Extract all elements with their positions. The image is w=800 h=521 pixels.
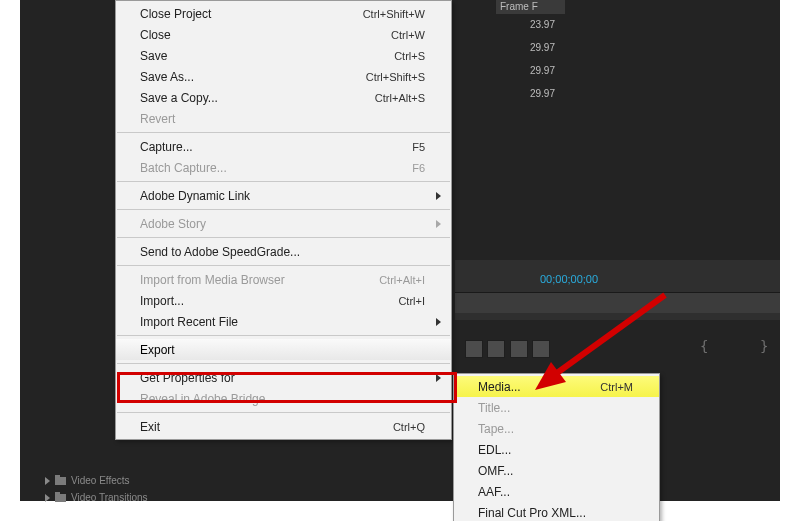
menu-item-close-project[interactable]: Close ProjectCtrl+Shift+W [116, 3, 451, 24]
menu-separator [117, 237, 450, 238]
timecode-display: 00;00;00;00 [540, 273, 598, 285]
menu-separator [117, 209, 450, 210]
menu-item-import-browser: Import from Media BrowserCtrl+Alt+I [116, 269, 451, 290]
frame-value: 29.97 [505, 65, 555, 76]
menu-item-batch-capture: Batch Capture...F6 [116, 157, 451, 178]
frame-column-header: Frame F [495, 0, 565, 14]
menu-item-import-recent[interactable]: Import Recent File [116, 311, 451, 332]
sidebar-item-video-effects[interactable]: Video Effects [45, 475, 130, 486]
folder-icon [55, 477, 66, 485]
menu-item-get-properties[interactable]: Get Properties for [116, 367, 451, 388]
menu-item-speedgrade[interactable]: Send to Adobe SpeedGrade... [116, 241, 451, 262]
chevron-right-icon [45, 494, 50, 502]
folder-icon [55, 494, 66, 502]
tool-icon[interactable] [487, 340, 505, 358]
menu-item-reveal-bridge: Reveal in Adobe Bridge... [116, 388, 451, 409]
submenu-item-aaf[interactable]: AAF... [454, 481, 659, 502]
menu-item-adobe-story: Adobe Story [116, 213, 451, 234]
frame-value: 23.97 [505, 19, 555, 30]
menu-item-save-copy[interactable]: Save a Copy...Ctrl+Alt+S [116, 87, 451, 108]
menu-item-save-as[interactable]: Save As...Ctrl+Shift+S [116, 66, 451, 87]
frame-value: 29.97 [505, 88, 555, 99]
menu-item-close[interactable]: CloseCtrl+W [116, 24, 451, 45]
chevron-right-icon [436, 192, 441, 200]
tool-icon[interactable] [465, 340, 483, 358]
submenu-item-edl[interactable]: EDL... [454, 439, 659, 460]
menu-item-import[interactable]: Import...Ctrl+I [116, 290, 451, 311]
tool-icon[interactable] [532, 340, 550, 358]
submenu-item-media[interactable]: Media...Ctrl+M [454, 376, 659, 397]
submenu-item-fcp-xml[interactable]: Final Cut Pro XML... [454, 502, 659, 521]
tool-icon[interactable] [510, 340, 528, 358]
menu-separator [117, 181, 450, 182]
chevron-right-icon [436, 220, 441, 228]
submenu-item-title: Title... [454, 397, 659, 418]
frame-value: 29.97 [505, 42, 555, 53]
menu-item-revert: Revert [116, 108, 451, 129]
menu-item-save[interactable]: SaveCtrl+S [116, 45, 451, 66]
menu-separator [117, 363, 450, 364]
submenu-item-tape: Tape... [454, 418, 659, 439]
file-menu: Close ProjectCtrl+Shift+W CloseCtrl+W Sa… [115, 0, 452, 440]
export-submenu: Media...Ctrl+M Title... Tape... EDL... O… [453, 373, 660, 521]
chevron-right-icon [436, 374, 441, 382]
sidebar-item-video-transitions[interactable]: Video Transitions [45, 492, 148, 503]
menu-separator [117, 132, 450, 133]
menu-item-dynamic-link[interactable]: Adobe Dynamic Link [116, 185, 451, 206]
menu-item-exit[interactable]: ExitCtrl+Q [116, 416, 451, 437]
submenu-item-omf[interactable]: OMF... [454, 460, 659, 481]
brace-right: } [760, 338, 768, 354]
menu-item-export[interactable]: Export [116, 339, 451, 360]
menu-separator [117, 412, 450, 413]
chevron-right-icon [436, 318, 441, 326]
sidebar-item-label: Video Effects [71, 475, 130, 486]
menu-item-label: Export [140, 343, 175, 357]
timeline-ruler [455, 293, 780, 313]
chevron-right-icon [45, 477, 50, 485]
brace-left: { [700, 338, 708, 354]
sidebar-item-label: Video Transitions [71, 492, 148, 503]
menu-separator [117, 335, 450, 336]
menu-separator [117, 265, 450, 266]
menu-item-capture[interactable]: Capture...F5 [116, 136, 451, 157]
